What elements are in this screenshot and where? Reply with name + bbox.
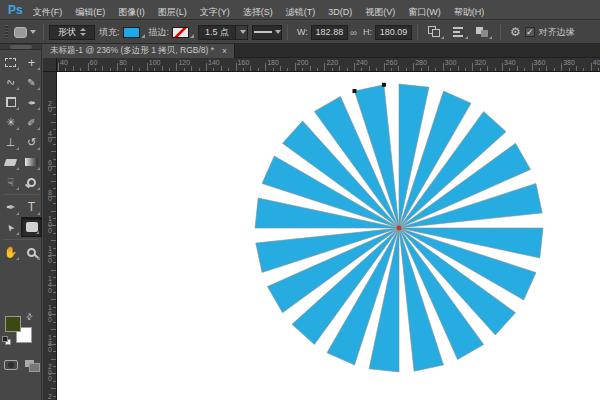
default-colors-icon[interactable]	[2, 336, 11, 345]
tool-mode-select[interactable]: 形状	[49, 25, 95, 40]
ruler-label: 160	[238, 59, 250, 66]
hand-tool[interactable]: ✋	[0, 242, 21, 262]
clone-stamp-icon: ⊥	[6, 137, 16, 148]
align-edges-label: 对齐边缘	[539, 26, 575, 39]
lasso-icon: ∿	[4, 75, 16, 88]
type-tool[interactable]: T	[21, 197, 42, 217]
eyedropper-icon: ✒	[27, 97, 35, 108]
tool-preset-button[interactable]	[14, 27, 36, 38]
eraser-icon	[4, 159, 17, 166]
lasso-tool[interactable]: ∿	[0, 72, 21, 92]
options-bar-grip[interactable]	[5, 25, 8, 39]
dodge-tool[interactable]	[21, 172, 42, 192]
path-alignment-button[interactable]	[452, 26, 466, 38]
menu-item-5[interactable]: 选择(S)	[243, 7, 273, 17]
zoom-tool[interactable]	[21, 242, 42, 262]
vertical-ruler[interactable]: 20406080100120140160180200220	[43, 72, 57, 400]
pen-tool[interactable]: ✒	[0, 197, 21, 217]
ruler-label: 220	[45, 394, 55, 400]
tool-preset-icon	[14, 27, 27, 38]
shape-height-value: 180.09	[380, 27, 408, 37]
width-label: W:	[297, 27, 308, 37]
menu-item-7[interactable]: 3D(D)	[328, 7, 352, 17]
stroke-style-dropdown[interactable]	[252, 25, 282, 40]
fill-color-swatch[interactable]	[123, 27, 140, 38]
history-brush-tool[interactable]: ↺	[21, 132, 42, 152]
quick-mask-icon[interactable]	[4, 360, 18, 370]
swap-colors-icon[interactable]: ⇄	[24, 311, 35, 322]
anchor-point	[353, 89, 357, 93]
document-title: 未标题-1 @ 236% (多边形 1 拷贝, RGB/8) *	[50, 45, 214, 57]
foreground-color-swatch[interactable]	[5, 316, 21, 332]
shape-height-input[interactable]: 180.09	[375, 25, 412, 40]
move-icon: +	[28, 57, 36, 68]
document-tab-bar: 未标题-1 @ 236% (多边形 1 拷贝, RGB/8) * ×	[43, 44, 600, 58]
swatch-dropdown-icon	[141, 34, 145, 38]
path-selection-tool[interactable]: ➤	[0, 217, 21, 237]
align-bars-icon	[453, 27, 463, 29]
menu-item-1[interactable]: 编辑(E)	[75, 7, 105, 17]
rectangular-marquee-icon	[5, 58, 16, 67]
color-wells: ⇄	[0, 314, 42, 354]
stroke-width-dropdown[interactable]	[236, 25, 248, 40]
crop-icon	[6, 97, 16, 107]
horizontal-ruler[interactable]: 4060801001201401601802002202402602803003…	[57, 58, 600, 72]
brush-tool[interactable]: ✐	[21, 112, 42, 132]
crop-tool[interactable]	[0, 92, 21, 112]
photoshop-window: Ps 文件(F)编辑(E)图像(I)图层(L)文字(Y)选择(S)滤镜(T)3D…	[0, 0, 600, 400]
eyedropper-tool[interactable]: ✒	[21, 92, 42, 112]
chevron-down-icon	[30, 30, 36, 34]
menu-item-6[interactable]: 滤镜(T)	[286, 7, 316, 17]
ruler-label: 140	[208, 59, 220, 66]
smudge-tool[interactable]: ☟	[0, 172, 21, 192]
dodge-icon	[27, 178, 36, 187]
document-tab[interactable]: 未标题-1 @ 236% (多边形 1 拷贝, RGB/8) * ×	[43, 44, 235, 58]
tool-panel-header[interactable]	[0, 44, 41, 50]
ruler-label: 80	[119, 59, 127, 66]
align-bars-icon	[453, 35, 463, 37]
link-dimensions-icon[interactable]: ∞	[350, 27, 357, 38]
screen-mode-icon[interactable]	[25, 360, 38, 370]
separator	[287, 24, 288, 40]
menu-item-8[interactable]: 视图(V)	[365, 7, 395, 17]
spinner-arrows-icon	[80, 28, 86, 36]
clone-stamp-tool[interactable]: ⊥	[0, 132, 21, 152]
close-icon[interactable]: ×	[222, 46, 227, 56]
chevron-down-icon	[441, 36, 444, 39]
type-icon: T	[28, 202, 35, 213]
path-arrangement-button[interactable]	[476, 26, 490, 38]
menu-bar: Ps 文件(F)编辑(E)图像(I)图层(L)文字(Y)选择(S)滤镜(T)3D…	[0, 0, 600, 20]
separator	[43, 24, 44, 40]
shape-center-point	[397, 226, 402, 231]
menu-item-10[interactable]: 帮助(H)	[454, 7, 485, 17]
menu-item-2[interactable]: 图像(I)	[118, 7, 145, 17]
menu-item-0[interactable]: 文件(F)	[33, 7, 63, 17]
menu-item-4[interactable]: 文字(Y)	[200, 7, 230, 17]
path-operations-button[interactable]	[428, 26, 442, 38]
zoom-icon	[27, 248, 36, 257]
document-canvas[interactable]	[57, 72, 600, 400]
separator	[417, 24, 418, 40]
menu-item-9[interactable]: 窗口(W)	[408, 7, 441, 17]
shape-width-input[interactable]: 182.88	[311, 25, 348, 40]
gradient-tool[interactable]	[21, 152, 42, 172]
stroke-color-swatch[interactable]	[172, 27, 189, 38]
shape-tool[interactable]	[21, 217, 42, 237]
smudge-icon: ☟	[7, 177, 14, 188]
eraser-tool[interactable]	[0, 152, 21, 172]
pen-icon: ✒	[6, 202, 15, 213]
ruler-label: 120	[178, 59, 190, 66]
stroke-width-value: 1.5 点	[205, 26, 229, 39]
healing-brush-tool[interactable]: ✳	[0, 112, 21, 132]
quick-selection-icon: ✎	[27, 77, 35, 88]
quick-selection-tool[interactable]: ✎	[21, 72, 42, 92]
align-edges-checkbox[interactable]: ✓	[525, 27, 535, 37]
stroke-width-input[interactable]: 1.5 点	[198, 25, 236, 40]
ruler-label: 340	[504, 59, 516, 66]
rectangular-marquee-tool[interactable]	[0, 52, 21, 72]
move-tool[interactable]: +	[21, 52, 42, 72]
chevron-down-icon	[275, 30, 281, 34]
ruler-label: 220	[326, 59, 338, 66]
menu-item-3[interactable]: 图层(L)	[158, 7, 187, 17]
gear-icon[interactable]: ⚙	[510, 26, 521, 38]
